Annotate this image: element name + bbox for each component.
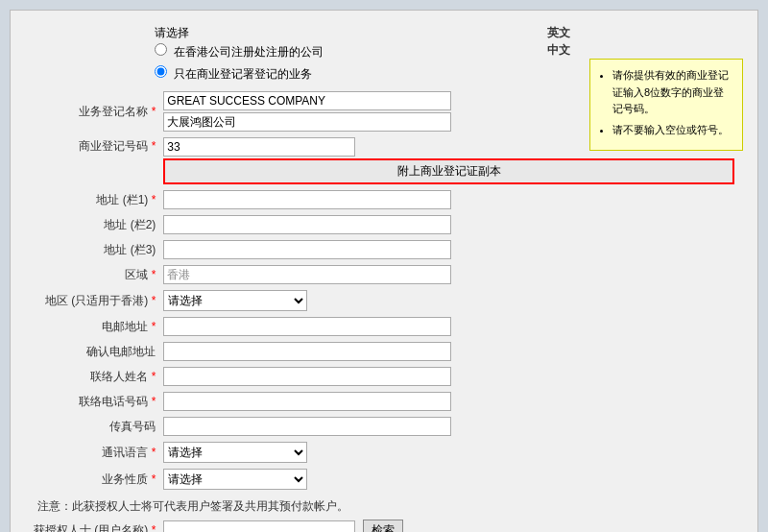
contact-name-label: 联络人姓名 [90,370,148,383]
biz-reg-no-input[interactable] [163,137,355,157]
biz-reg-no-required: * [152,139,156,153]
contact-phone-label: 联络电话号码 [79,395,148,408]
authorized-person-input[interactable] [163,520,355,533]
contact-phone-required: * [152,395,156,408]
region-label: 区域 [125,268,148,281]
biz-name-label: 业务登记名称 [79,105,148,118]
email-required: * [152,320,156,333]
biz-name-zh-input[interactable] [163,112,451,132]
address2-label: 地址 (栏2) [104,218,156,231]
contact-name-required: * [152,370,156,383]
district-label: 地区 (只适用于香港) [45,294,148,307]
address1-input[interactable] [163,190,451,209]
fax-input[interactable] [163,417,451,436]
district-select[interactable]: 请选择 [163,290,307,311]
region-required: * [152,268,156,281]
biz-nature-select[interactable]: 请选择 [163,469,307,490]
attach-cert-button[interactable]: 附上商业登记证副本 [163,158,734,184]
english-lang-label: 英文 [547,26,570,39]
confirm-email-input[interactable] [163,342,451,361]
address3-input[interactable] [163,240,451,259]
please-select-label: 请选择 [155,25,738,41]
registration-form: 业务登记名称 * 商业登记号码 * [30,88,738,532]
email-label: 电邮地址 [102,320,148,333]
email-input[interactable] [163,317,451,336]
radio-biz-only-label: 只在商业登记署登记的业务 [174,67,312,81]
notice-text: 注意：此获授权人士将可代表用户签署及共用其预付款帐户。 [37,499,348,513]
tooltip-bullet2: 请不要输入空位或符号。 [612,124,729,135]
confirm-email-label: 确认电邮地址 [86,345,156,358]
radio-hk-company[interactable] [155,43,167,56]
biz-name-en-input[interactable] [163,91,451,110]
region-input [163,265,451,284]
tooltip-box: 请你提供有效的商业登记证输入8位数字的商业登记号码。 请不要输入空位或符号。 [589,59,743,151]
radio-hk-company-label: 在香港公司注册处注册的公司 [174,45,324,59]
biz-name-required: * [152,105,156,118]
address2-input[interactable] [163,215,451,234]
comm-lang-required: * [152,446,156,459]
biz-reg-no-label: 商业登记号码 [79,139,148,153]
radio-biz-only[interactable] [155,65,167,78]
address3-label: 地址 (栏3) [104,243,156,256]
comm-lang-select[interactable]: 请选择 [163,442,307,463]
address1-required: * [152,193,156,206]
biz-nature-required: * [152,472,156,486]
comm-lang-label: 通讯语言 [102,446,148,459]
authorized-person-label: 获授权人士 (用户名称) [34,523,148,533]
contact-phone-input[interactable] [163,392,451,411]
tooltip-bullet1: 请你提供有效的商业登记证输入8位数字的商业登记号码。 [612,69,729,114]
biz-nature-label: 业务性质 [102,472,148,486]
search-button[interactable]: 检索 [363,520,403,532]
district-required: * [152,294,156,307]
chinese-lang-label: 中文 [547,43,570,57]
authorized-person-required: * [152,523,156,533]
address1-label: 地址 (栏1) [96,193,148,206]
fax-label: 传真号码 [109,420,156,433]
contact-name-input[interactable] [163,367,451,386]
